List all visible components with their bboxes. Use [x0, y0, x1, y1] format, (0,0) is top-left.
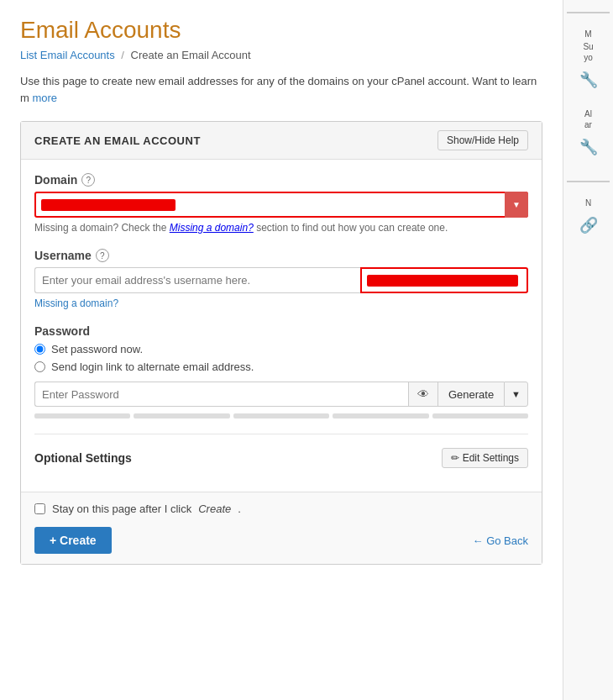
- username-input[interactable]: [34, 267, 360, 293]
- page-title: Email Accounts: [20, 17, 542, 44]
- generate-dropdown-button[interactable]: ▼: [504, 382, 528, 407]
- domain-help-icon[interactable]: ?: [81, 173, 95, 187]
- stay-italic: Create: [198, 503, 231, 515]
- password-input[interactable]: [34, 382, 408, 407]
- domain-missing-link[interactable]: Missing a domain?: [170, 222, 254, 234]
- form-actions: + Create ← Go Back: [34, 527, 528, 554]
- username-domain-suffix: [360, 267, 528, 293]
- breadcrumb-current: Create an Email Account: [131, 49, 251, 61]
- form-footer: Stay on this page after I click Create. …: [21, 492, 542, 564]
- password-option-now[interactable]: Set password now.: [34, 343, 528, 355]
- stay-on-page-checkbox[interactable]: [34, 503, 45, 514]
- password-options: Set password now. Send login link to alt…: [34, 343, 528, 373]
- strength-bar-2: [134, 413, 229, 418]
- password-group: Password Set password now. Send login li…: [34, 324, 528, 418]
- go-back-link[interactable]: ← Go Back: [473, 534, 528, 547]
- sidebar-label-al: Alar: [583, 108, 594, 130]
- sidebar-divider-2: [567, 181, 610, 182]
- username-row: [34, 267, 528, 293]
- generate-button[interactable]: Generate: [437, 382, 504, 407]
- sidebar-label-m: M: [583, 29, 593, 39]
- form-panel-body: Domain ? ▼ Missing a domain? Check the M…: [21, 160, 542, 492]
- sidebar-section-1: M Suyo 🔧: [567, 29, 610, 95]
- password-strength-bars: [34, 413, 528, 418]
- username-missing-link[interactable]: Missing a domain?: [34, 297, 118, 309]
- password-label: Password: [34, 324, 528, 338]
- domain-select[interactable]: [34, 192, 528, 218]
- stay-prefix: Stay on this page after I click: [52, 503, 191, 515]
- sidebar-sub-su: Suyo: [581, 41, 595, 63]
- stay-suffix: .: [238, 503, 241, 515]
- password-radio-now[interactable]: [34, 344, 45, 355]
- edit-settings-button[interactable]: ✏ Edit Settings: [442, 448, 528, 468]
- form-panel-title: CREATE AN EMAIL ACCOUNT: [34, 134, 201, 147]
- domain-group: Domain ? ▼ Missing a domain? Check the M…: [34, 173, 528, 234]
- strength-bar-5: [432, 413, 528, 418]
- sidebar-section-2: Alar 🔧: [567, 108, 610, 162]
- right-sidebar: M Suyo 🔧 Alar 🔧 N 🔗: [563, 0, 613, 700]
- username-help-icon[interactable]: ?: [96, 249, 109, 262]
- breadcrumb-list-link[interactable]: List Email Accounts: [20, 49, 115, 61]
- sidebar-divider-1: [567, 12, 610, 13]
- create-email-form-panel: CREATE AN EMAIL ACCOUNT Show/Hide Help D…: [20, 121, 542, 565]
- form-panel-header: CREATE AN EMAIL ACCOUNT Show/Hide Help: [21, 122, 542, 160]
- sidebar-tool-icon-2[interactable]: 🔧: [574, 132, 604, 162]
- section-divider: [34, 434, 528, 434]
- optional-settings-header: Optional Settings ✏ Edit Settings: [34, 448, 528, 468]
- eye-icon: 👁: [417, 387, 429, 401]
- domain-hint-text: Missing a domain? Check the Missing a do…: [34, 222, 528, 234]
- strength-bar-4: [333, 413, 428, 418]
- breadcrumb-separator: /: [121, 49, 124, 61]
- username-domain-input[interactable]: [360, 267, 528, 293]
- domain-label: Domain ?: [34, 173, 528, 187]
- learn-more-link[interactable]: more: [32, 92, 57, 104]
- breadcrumb: List Email Accounts / Create an Email Ac…: [20, 49, 542, 61]
- password-input-row: 👁 Generate ▼: [34, 382, 528, 407]
- password-option-link[interactable]: Send login link to alternate email addre…: [34, 361, 528, 373]
- sidebar-link-icon[interactable]: 🔗: [574, 210, 604, 240]
- page-description: Use this page to create new email addres…: [20, 73, 542, 106]
- show-hide-help-button[interactable]: Show/Hide Help: [437, 130, 528, 150]
- domain-select-wrapper: ▼: [34, 192, 528, 218]
- sidebar-tool-icon-1[interactable]: 🔧: [574, 65, 604, 95]
- optional-settings-title: Optional Settings: [34, 451, 132, 465]
- password-eye-button[interactable]: 👁: [408, 382, 437, 407]
- username-group: Username ? Missing a domain?: [34, 249, 528, 309]
- sidebar-section-3: N 🔗: [567, 197, 610, 240]
- strength-bar-3: [233, 413, 329, 418]
- strength-bar-1: [34, 413, 130, 418]
- pencil-icon: ✏: [451, 452, 459, 464]
- create-button[interactable]: + Create: [34, 527, 112, 554]
- chevron-down-icon: ▼: [511, 389, 521, 399]
- username-label: Username ?: [34, 249, 528, 262]
- sidebar-label-n: N: [584, 197, 593, 208]
- stay-on-page-label[interactable]: Stay on this page after I click Create.: [34, 503, 528, 515]
- password-radio-link[interactable]: [34, 361, 45, 372]
